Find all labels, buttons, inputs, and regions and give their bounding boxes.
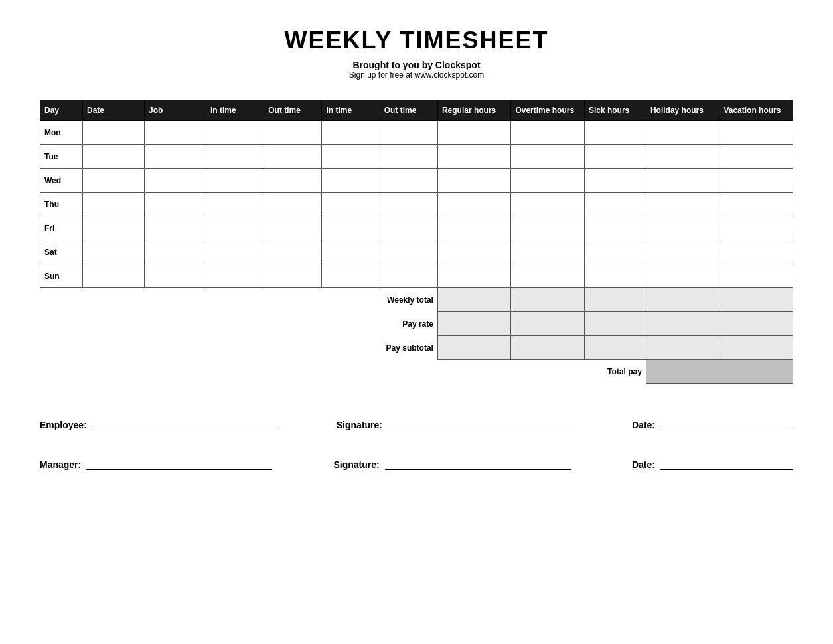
- overtime-sat[interactable]: [511, 240, 584, 264]
- out-time2-wed[interactable]: [380, 169, 437, 193]
- out-time2-fri[interactable]: [380, 216, 437, 240]
- in-time2-tue[interactable]: [322, 145, 380, 169]
- job-thu[interactable]: [145, 193, 206, 216]
- date-wed[interactable]: [82, 169, 144, 193]
- weekly-total-overtime[interactable]: [511, 288, 584, 312]
- out-time2-sat[interactable]: [380, 240, 437, 264]
- out-time2-thu[interactable]: [380, 193, 437, 216]
- in-time2-sat[interactable]: [322, 240, 380, 264]
- in-time2-wed[interactable]: [322, 169, 380, 193]
- employee-signature-line[interactable]: [388, 417, 573, 430]
- holiday-wed[interactable]: [646, 169, 719, 193]
- pay-subtotal-holiday[interactable]: [646, 336, 719, 360]
- date-sun[interactable]: [82, 264, 144, 288]
- date-thu[interactable]: [82, 193, 144, 216]
- pay-rate-holiday[interactable]: [646, 312, 719, 336]
- date-fri[interactable]: [82, 216, 144, 240]
- manager-signature-line[interactable]: [385, 457, 571, 470]
- regular-tue[interactable]: [437, 145, 510, 169]
- in-time1-mon[interactable]: [206, 121, 264, 145]
- in-time1-thu[interactable]: [206, 193, 264, 216]
- overtime-sun[interactable]: [511, 264, 584, 288]
- pay-subtotal-vacation[interactable]: [719, 336, 793, 360]
- pay-subtotal-sick[interactable]: [584, 336, 646, 360]
- employee-date-line[interactable]: [660, 417, 793, 430]
- vacation-mon[interactable]: [719, 121, 793, 145]
- holiday-mon[interactable]: [646, 121, 719, 145]
- out-time2-mon[interactable]: [380, 121, 437, 145]
- regular-wed[interactable]: [437, 169, 510, 193]
- job-fri[interactable]: [145, 216, 206, 240]
- weekly-total-holiday[interactable]: [646, 288, 719, 312]
- vacation-sun[interactable]: [719, 264, 793, 288]
- total-pay-value[interactable]: [646, 360, 793, 384]
- out-time2-sun[interactable]: [380, 264, 437, 288]
- sick-sun[interactable]: [584, 264, 646, 288]
- holiday-sat[interactable]: [646, 240, 719, 264]
- pay-rate-sick[interactable]: [584, 312, 646, 336]
- sick-tue[interactable]: [584, 145, 646, 169]
- regular-mon[interactable]: [437, 121, 510, 145]
- vacation-thu[interactable]: [719, 193, 793, 216]
- in-time2-mon[interactable]: [322, 121, 380, 145]
- pay-subtotal-regular[interactable]: [437, 336, 510, 360]
- vacation-wed[interactable]: [719, 169, 793, 193]
- employee-date-label: Date:: [632, 420, 655, 430]
- holiday-sun[interactable]: [646, 264, 719, 288]
- job-mon[interactable]: [145, 121, 206, 145]
- in-time1-sat[interactable]: [206, 240, 264, 264]
- overtime-fri[interactable]: [511, 216, 584, 240]
- regular-sun[interactable]: [437, 264, 510, 288]
- date-sat[interactable]: [82, 240, 144, 264]
- vacation-sat[interactable]: [719, 240, 793, 264]
- out-time1-wed[interactable]: [264, 169, 322, 193]
- weekly-total-regular[interactable]: [437, 288, 510, 312]
- weekly-total-vacation[interactable]: [719, 288, 793, 312]
- in-time2-sun[interactable]: [322, 264, 380, 288]
- in-time1-wed[interactable]: [206, 169, 264, 193]
- in-time2-fri[interactable]: [322, 216, 380, 240]
- regular-fri[interactable]: [437, 216, 510, 240]
- sick-mon[interactable]: [584, 121, 646, 145]
- in-time1-fri[interactable]: [206, 216, 264, 240]
- weekly-total-sick[interactable]: [584, 288, 646, 312]
- pay-subtotal-overtime[interactable]: [511, 336, 584, 360]
- sick-fri[interactable]: [584, 216, 646, 240]
- vacation-tue[interactable]: [719, 145, 793, 169]
- date-mon[interactable]: [82, 121, 144, 145]
- pay-rate-overtime[interactable]: [511, 312, 584, 336]
- out-time1-mon[interactable]: [264, 121, 322, 145]
- out-time1-thu[interactable]: [264, 193, 322, 216]
- out-time1-fri[interactable]: [264, 216, 322, 240]
- out-time1-sat[interactable]: [264, 240, 322, 264]
- pay-rate-regular[interactable]: [437, 312, 510, 336]
- sick-thu[interactable]: [584, 193, 646, 216]
- overtime-tue[interactable]: [511, 145, 584, 169]
- sick-wed[interactable]: [584, 169, 646, 193]
- job-wed[interactable]: [145, 169, 206, 193]
- regular-sat[interactable]: [437, 240, 510, 264]
- job-sat[interactable]: [145, 240, 206, 264]
- overtime-wed[interactable]: [511, 169, 584, 193]
- holiday-fri[interactable]: [646, 216, 719, 240]
- vacation-fri[interactable]: [719, 216, 793, 240]
- holiday-thu[interactable]: [646, 193, 719, 216]
- employee-line[interactable]: [92, 417, 278, 430]
- job-sun[interactable]: [145, 264, 206, 288]
- pay-rate-vacation[interactable]: [719, 312, 793, 336]
- job-tue[interactable]: [145, 145, 206, 169]
- overtime-mon[interactable]: [511, 121, 584, 145]
- out-time1-tue[interactable]: [264, 145, 322, 169]
- date-tue[interactable]: [82, 145, 144, 169]
- manager-line[interactable]: [86, 457, 272, 470]
- overtime-thu[interactable]: [511, 193, 584, 216]
- in-time1-sun[interactable]: [206, 264, 264, 288]
- out-time1-sun[interactable]: [264, 264, 322, 288]
- regular-thu[interactable]: [437, 193, 510, 216]
- sick-sat[interactable]: [584, 240, 646, 264]
- manager-date-line[interactable]: [660, 457, 793, 470]
- in-time1-tue[interactable]: [206, 145, 264, 169]
- out-time2-tue[interactable]: [380, 145, 437, 169]
- holiday-tue[interactable]: [646, 145, 719, 169]
- in-time2-thu[interactable]: [322, 193, 380, 216]
